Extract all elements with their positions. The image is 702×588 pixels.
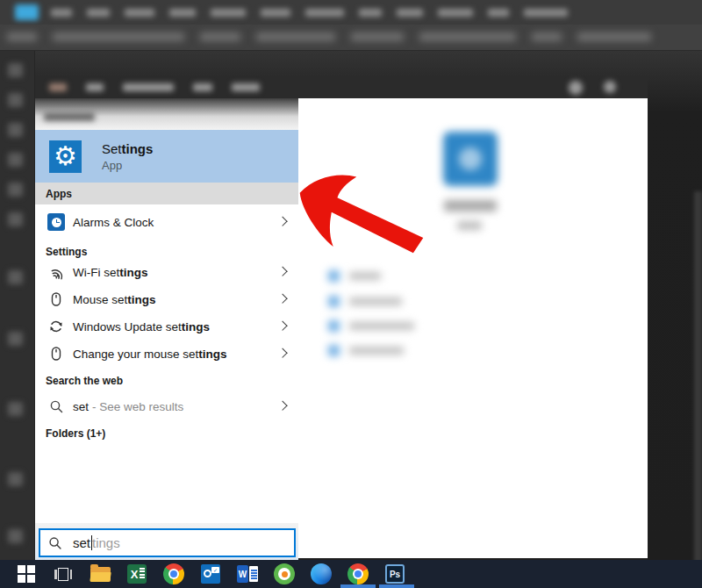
blurred-menu-item[interactable] — [125, 9, 154, 17]
blurred-action-pin-start[interactable] — [349, 298, 402, 305]
result-settings-app[interactable]: ⚙ Settings App — [35, 130, 298, 183]
excel-icon: X — [127, 564, 147, 584]
blurred-action-app-settings[interactable] — [349, 347, 404, 355]
result-web-search[interactable]: set- See web results — [35, 394, 298, 419]
blurred-menu-item[interactable] — [438, 9, 473, 17]
blurred-menu-item[interactable] — [359, 9, 382, 17]
blurred-tool-icon[interactable] — [8, 402, 23, 416]
blurred-menu-item[interactable] — [211, 9, 246, 17]
search-icon — [48, 536, 62, 550]
mouse-icon — [47, 290, 65, 308]
task-view-icon — [54, 568, 72, 581]
photoshop-logo-icon — [15, 4, 39, 20]
blurred-option — [532, 32, 562, 41]
blurred-option — [351, 32, 404, 41]
blurred-account-icon[interactable] — [569, 81, 583, 95]
chrome-icon — [347, 563, 369, 584]
blurred-action-icon — [328, 296, 340, 307]
blurred-menu-item[interactable] — [397, 9, 423, 17]
result-change-mouse-settings[interactable]: Change your mouse settings — [35, 341, 298, 366]
sync-update-icon — [47, 318, 65, 335]
chevron-right-icon — [277, 401, 287, 411]
file-explorer-button[interactable] — [82, 560, 118, 588]
wifi-icon — [47, 263, 65, 281]
section-header-settings: Settings — [46, 246, 87, 258]
blurred-tool-icon[interactable] — [8, 212, 23, 226]
photoshop-options-bar — [0, 25, 702, 51]
settings-gear-icon: ⚙ — [49, 140, 82, 173]
word-button[interactable]: W — [229, 560, 266, 588]
blurred-option — [200, 32, 240, 41]
blurred-tab[interactable] — [193, 83, 212, 91]
blurred-tool-icon[interactable] — [8, 123, 23, 137]
result-windows-update-settings[interactable]: Windows Update settings — [35, 314, 298, 339]
blurred-tool-icon[interactable] — [8, 183, 23, 197]
chevron-right-icon — [277, 348, 287, 358]
blurred-action-pin-taskbar[interactable] — [349, 322, 414, 330]
chrome-button[interactable] — [155, 560, 192, 588]
blurred-more-icon[interactable] — [604, 81, 616, 93]
blurred-menu-item[interactable] — [305, 9, 344, 17]
blurred-tab[interactable] — [49, 83, 67, 91]
chevron-right-icon — [277, 294, 287, 304]
blurred-best-match-label — [44, 112, 95, 121]
photoshop-menu-items-blurred[interactable] — [51, 9, 568, 17]
blurred-tab[interactable] — [86, 83, 104, 91]
inline-suggestion-text: tings — [92, 535, 120, 550]
search-query-text: set — [73, 535, 90, 550]
blurred-settings-tile-icon — [443, 132, 498, 186]
blurred-menu-item[interactable] — [488, 9, 509, 17]
start-button[interactable] — [8, 560, 45, 588]
blurred-tool-icon[interactable] — [8, 332, 23, 346]
blurred-menu-item[interactable] — [524, 9, 568, 17]
blurred-tab[interactable] — [232, 83, 260, 91]
blurred-tool-icon[interactable] — [8, 153, 23, 167]
edge-button[interactable] — [303, 560, 340, 588]
active-app-indicator — [379, 584, 414, 588]
search-preview-pane — [298, 98, 648, 558]
blurred-tool-icon[interactable] — [8, 529, 23, 543]
photoshop-toolbar — [0, 51, 35, 560]
taskbar: X ✓ W Ps — [0, 560, 702, 588]
blurred-tool-icon[interactable] — [8, 93, 23, 107]
search-input[interactable]: set tings — [39, 528, 296, 557]
alarms-clock-icon — [47, 213, 65, 231]
blurred-menu-item[interactable] — [261, 9, 290, 17]
blurred-preview-subtitle — [457, 221, 482, 230]
blurred-menu-item[interactable] — [169, 9, 196, 17]
chevron-right-icon — [277, 267, 287, 276]
edge-icon — [311, 563, 332, 584]
windows-logo-icon — [18, 565, 35, 583]
blurred-tool-icon[interactable] — [8, 63, 23, 77]
result-wifi-settings[interactable]: Wi-Fi settings — [35, 260, 298, 284]
screen: ⚙ Settings App Apps Alarms & Clock Setti… — [0, 0, 702, 588]
section-header-apps: Apps — [35, 183, 298, 204]
search-box-area: set tings — [35, 523, 298, 560]
windows-search-flyout: ⚙ Settings App Apps Alarms & Clock Setti… — [35, 77, 648, 560]
blurred-option — [419, 32, 516, 41]
outlook-button[interactable]: ✓ — [192, 560, 229, 588]
photoshop-ps-icon: Ps — [385, 564, 405, 584]
blurred-tool-icon[interactable] — [8, 270, 23, 284]
blurred-option — [53, 32, 184, 41]
section-header-web: Search the web — [46, 375, 123, 387]
excel-button[interactable]: X — [118, 560, 155, 588]
blurred-tab[interactable] — [123, 83, 174, 91]
blurred-action-open[interactable] — [349, 272, 381, 280]
result-mouse-settings[interactable]: Mouse settings — [35, 287, 298, 312]
section-header-folders: Folders (1+) — [46, 427, 105, 440]
search-icon — [47, 398, 65, 415]
result-alarms-clock[interactable]: Alarms & Clock — [35, 209, 298, 235]
coccoc-button[interactable] — [266, 560, 303, 588]
search-results-pane: ⚙ Settings App Apps Alarms & Clock Setti… — [35, 98, 298, 560]
red-arrow-annotation — [295, 172, 428, 256]
blurred-tool-icon[interactable] — [8, 472, 23, 486]
chevron-right-icon — [277, 217, 287, 226]
task-view-button[interactable] — [45, 560, 82, 588]
photoshop-panel-edge — [694, 191, 702, 588]
blurred-menu-item[interactable] — [51, 9, 72, 17]
search-header-tabs — [35, 77, 648, 100]
best-match-title: Settings — [102, 141, 153, 156]
blurred-option — [7, 32, 37, 41]
blurred-menu-item[interactable] — [87, 9, 110, 17]
